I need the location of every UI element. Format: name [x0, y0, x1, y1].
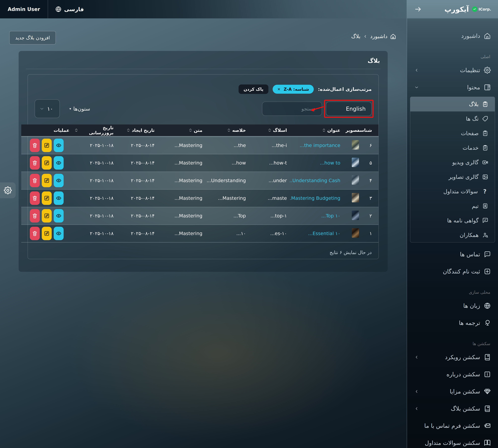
sidebar-item-section-faq[interactable]: سکشن سوالات متداول [407, 434, 498, 448]
blog-title-link[interactable]: ...Understanding Cash [290, 172, 343, 189]
blog-title-link[interactable]: ...how to [290, 154, 343, 172]
sidebar-item-section-about[interactable]: سکشن درباره [407, 366, 498, 383]
delete-button[interactable] [30, 209, 40, 223]
view-button[interactable] [54, 139, 64, 152]
edit-icon [44, 160, 49, 166]
floating-settings-button[interactable] [0, 182, 16, 198]
plus-square-icon [484, 268, 491, 275]
sidebar-item-translations[interactable]: ترجمه ها [407, 314, 498, 332]
sidebar-item-partners[interactable]: همکاران [410, 228, 495, 242]
sidebar-item-contacts[interactable]: تماس ها [407, 246, 498, 263]
close-icon[interactable]: ✕ [277, 87, 280, 91]
chevron-left-icon [414, 355, 419, 360]
view-button[interactable] [54, 192, 64, 205]
edit-button[interactable] [42, 227, 52, 240]
delete-button[interactable] [30, 174, 40, 187]
trash-icon [32, 143, 38, 148]
sidebar-item-services[interactable]: خدمات [410, 141, 495, 155]
sidebar-item-video-gallery[interactable]: گالری ویدیو [410, 155, 495, 170]
sidebar-item-dashboard[interactable]: داشبورد [407, 27, 498, 45]
column-header-image: تصویر [343, 125, 362, 136]
view-button[interactable] [54, 174, 64, 187]
admin-app: ICorp. آیکورپ داشبورد اصلی تنظیمات محتوا… [0, 0, 498, 448]
delete-button[interactable] [30, 227, 40, 240]
icorp-logo-text: ICorp. [479, 7, 491, 11]
columns-dropdown[interactable]: ستون‌ها ▾ [69, 106, 90, 112]
brand-name: آیکورپ [444, 5, 469, 13]
sidebar-item-blog[interactable]: بلاگ [410, 97, 495, 112]
card-title: بلاگ [19, 51, 388, 69]
sidebar-item-section-contact-form[interactable]: سکشن فرم تماس با ما [407, 417, 498, 434]
delete-button[interactable] [30, 156, 40, 170]
column-header-title[interactable]: عنوان [290, 125, 343, 136]
sidebar-collapse-button[interactable] [414, 5, 422, 13]
edit-button[interactable] [42, 174, 52, 187]
column-header-summary[interactable]: خلاصه [205, 125, 249, 136]
question-mark-icon: ? [481, 188, 488, 195]
page-size-select[interactable]: ۱۰ [35, 99, 60, 118]
eye-icon [56, 143, 62, 148]
sort-chip[interactable]: شناسه: Z-A ✕ [273, 85, 314, 94]
column-header-created[interactable]: تاریخ ایجاد [116, 125, 157, 136]
blog-title-link[interactable]: ...the importance [290, 136, 343, 154]
sidebar-item-settings[interactable]: تنظیمات [407, 62, 498, 79]
book-icon [484, 439, 491, 446]
column-header-id[interactable]: شناسه [362, 125, 378, 136]
sidebar-item-pages[interactable]: صفحات [410, 126, 495, 141]
delete-button[interactable] [30, 192, 40, 205]
language-filter-value: English [335, 106, 371, 112]
eye-icon [56, 178, 62, 183]
sort-icon [189, 128, 192, 132]
blog-title-link[interactable]: ...Top ۱۰ [290, 207, 343, 225]
breadcrumb-dashboard[interactable]: داشبورد [370, 33, 387, 39]
blog-title-link[interactable]: ...Essential ۱۰ [290, 225, 343, 242]
sidebar-item-faq[interactable]: ? سوالات متداول [410, 184, 495, 199]
sidebar-item-content[interactable]: محتوا [407, 79, 498, 96]
user-menu[interactable]: Admin User [0, 0, 48, 18]
edit-button[interactable] [42, 156, 52, 170]
blog-title-link[interactable]: ...Mastering Budgeting [290, 189, 343, 207]
layout-icon [484, 84, 491, 91]
view-button[interactable] [54, 156, 64, 170]
sidebar-item-languages[interactable]: زبان ها [407, 297, 498, 314]
column-header-text[interactable]: متن [157, 125, 205, 136]
sidebar-item-certificates[interactable]: گواهی نامه ها [410, 213, 495, 228]
message-check-icon [482, 217, 488, 224]
language-switcher[interactable]: فارسی [48, 6, 91, 12]
sort-icon [227, 128, 230, 132]
edit-button[interactable] [42, 139, 52, 152]
sidebar-item-section-blog[interactable]: سکشن بلاگ [407, 400, 498, 417]
search-input[interactable] [262, 102, 322, 116]
column-header-slug[interactable]: اسلاگ [249, 125, 290, 136]
chevron-left-icon [363, 34, 368, 38]
delete-button[interactable] [30, 139, 40, 152]
add-blog-button[interactable]: افزودن بلاگ جدید [9, 31, 56, 45]
view-button[interactable] [54, 227, 64, 240]
main-content: داشبورد بلاگ افزودن بلاگ جدید بلاگ مرتب‌… [0, 18, 407, 448]
edit-button[interactable] [42, 209, 52, 223]
edit-button[interactable] [42, 192, 52, 205]
sidebar-item-tags[interactable]: تگ ها [410, 112, 495, 126]
sidebar-item-registrants[interactable]: ثبت نام کنندگان [407, 263, 498, 280]
globe-icon [55, 6, 62, 12]
sidebar-item-team[interactable]: تیم [410, 199, 495, 213]
book-plus-icon [484, 354, 491, 361]
translate-icon [484, 320, 491, 326]
sidebar-item-image-gallery[interactable]: گالری تصاویر [410, 170, 495, 184]
view-button[interactable] [54, 209, 64, 223]
blog-thumbnail [352, 140, 359, 150]
brand[interactable]: ICorp. آیکورپ [444, 5, 491, 13]
sidebar-item-section-benefits[interactable]: سکشن مزایا [407, 383, 498, 400]
trash-icon [32, 160, 38, 166]
sidebar-item-section-approach[interactable]: سکشن رویکرد [407, 349, 498, 366]
applied-sort-row: مرتب‌سازی اعمال‌شده: شناسه: Z-A ✕ پاک کر… [28, 75, 378, 94]
video-icon [482, 159, 488, 165]
divider [26, 69, 381, 69]
table-panel: مرتب‌سازی اعمال‌شده: شناسه: Z-A ✕ پاک کر… [28, 74, 379, 259]
table-row: ۶ ...the importance ...the-i ...the ...M… [21, 136, 378, 154]
chevron-left-icon [414, 68, 419, 73]
language-filter-select[interactable]: English [326, 102, 372, 116]
clear-sort-button[interactable]: پاک کردن [239, 84, 268, 94]
sidebar-section-sections: سکشن ها [407, 332, 498, 349]
column-header-updated[interactable]: تاریخ بروزرسانی [72, 125, 116, 136]
